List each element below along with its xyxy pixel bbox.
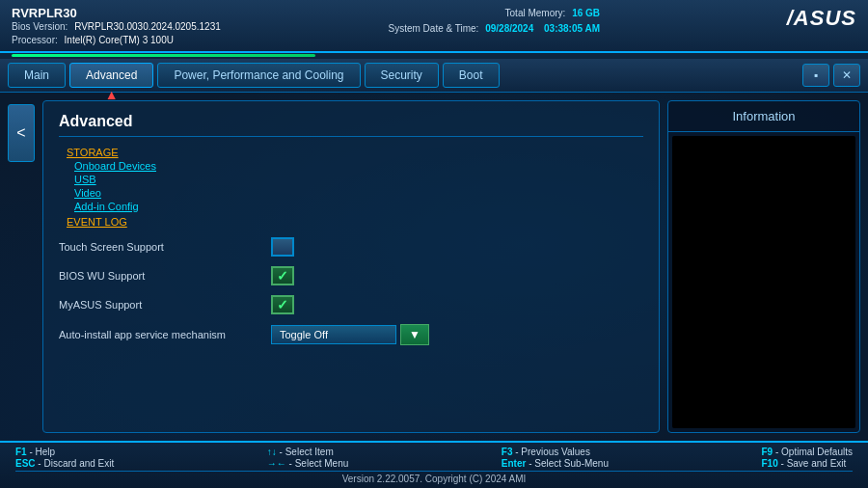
footer-key-f1: F1 - Help: [15, 447, 114, 457]
bios-wu-checkmark: ✓: [277, 268, 288, 284]
touch-screen-label: Touch Screen Support: [59, 241, 271, 253]
datetime-label: System Date & Time:: [388, 23, 478, 34]
header-right: /ASUS: [768, 6, 856, 31]
myasus-checkmark: ✓: [277, 297, 288, 312]
processor-value: Intel(R) Core(TM) 3 100U: [65, 35, 174, 45]
info-panel-title: Information: [668, 101, 859, 132]
bios-version-label: Bios Version:: [12, 21, 68, 32]
footer-version: Version 2.22.0057. Copyright (C) 2024 AM…: [15, 471, 853, 484]
asus-logo: /ASUS: [787, 6, 856, 31]
tab-advanced[interactable]: Advanced: [69, 63, 153, 88]
auto-install-label: Auto-install app service mechanism: [59, 329, 271, 340]
memory-label: Total Memory:: [505, 8, 566, 18]
auto-install-dropdown-arrow[interactable]: ▼: [400, 324, 429, 345]
memory-value: 16 GB: [572, 8, 600, 18]
setting-row-myasus: MyASUS Support ✓: [59, 293, 643, 316]
link-video[interactable]: Video: [74, 187, 643, 199]
myasus-control: ✓: [271, 295, 294, 314]
setting-row-auto-install: Auto-install app service mechanism Toggl…: [59, 322, 643, 347]
auto-install-control: Toggle Off ▼: [271, 324, 429, 345]
footer-group-mid2: F3 - Previous Values Enter - Select Sub-…: [502, 447, 609, 469]
footer-keys: F1 - Help ESC - Discard and Exit ↑↓ - Se…: [15, 447, 853, 469]
date-value: 09/28/2024: [485, 23, 533, 34]
footer-key-f3: F3 - Previous Values: [502, 447, 609, 457]
progress-bar-area: [0, 53, 868, 59]
header-left: RVRPLR30 Bios Version: RVRPLR30.0030.202…: [12, 6, 221, 47]
footer-group-mid: ↑↓ - Select Item →← - Select Menu: [267, 447, 348, 469]
info-panel: Information: [667, 100, 860, 433]
content-panel: Advanced STORAGE Onboard Devices USB Vid…: [42, 100, 660, 433]
main-area: < Advanced STORAGE Onboard Devices USB V…: [0, 93, 868, 441]
section-storage[interactable]: STORAGE: [67, 147, 643, 158]
bios-wu-control: ✓: [271, 266, 294, 285]
link-addin-config[interactable]: Add-in Config: [74, 201, 643, 212]
setting-row-bios-wu: BIOS WU Support ✓: [59, 264, 643, 287]
myasus-checkbox[interactable]: ✓: [271, 295, 294, 314]
back-button[interactable]: <: [8, 104, 35, 162]
datetime-line: System Date & Time: 09/28/2024 03:38:05 …: [388, 21, 600, 37]
link-onboard-devices[interactable]: Onboard Devices: [74, 160, 643, 172]
model-name: RVRPLR30: [12, 6, 221, 20]
tab-power[interactable]: Power, Performance and Cooling: [157, 63, 360, 88]
processor-line: Processor: Intel(R) Core(TM) 3 100U: [12, 34, 221, 47]
footer-key-updown: ↑↓ - Select Item: [267, 447, 348, 457]
progress-bar: [12, 54, 315, 57]
panel-title: Advanced: [59, 113, 643, 137]
tab-main[interactable]: Main: [8, 63, 66, 88]
touch-screen-control: [271, 237, 294, 257]
bios-wu-label: BIOS WU Support: [59, 270, 271, 282]
tab-boot[interactable]: Boot: [443, 63, 500, 88]
info-panel-body: [672, 136, 855, 428]
bios-wu-checkbox[interactable]: ✓: [271, 266, 294, 285]
nav-bar: Main Advanced ▲ Power, Performance and C…: [0, 59, 868, 93]
bios-version-line: Bios Version: RVRPLR30.0030.2024.0205.12…: [12, 20, 221, 34]
bios-version-value: RVRPLR30.0030.2024.0205.1231: [74, 21, 221, 32]
footer: F1 - Help ESC - Discard and Exit ↑↓ - Se…: [0, 441, 868, 488]
footer-key-f9: F9 - Optimal Defaults: [762, 447, 853, 457]
close-button[interactable]: ✕: [833, 64, 860, 87]
setting-row-touch: Touch Screen Support: [59, 235, 643, 258]
monitor-button[interactable]: ▪: [802, 64, 829, 87]
header: RVRPLR30 Bios Version: RVRPLR30.0030.202…: [0, 0, 868, 53]
footer-group-right: F9 - Optimal Defaults F10 - Save and Exi…: [762, 447, 853, 469]
tab-arrow-indicator: ▲: [105, 88, 119, 101]
processor-label: Processor:: [12, 35, 58, 45]
footer-group-left: F1 - Help ESC - Discard and Exit: [15, 447, 114, 469]
link-usb[interactable]: USB: [74, 174, 643, 185]
footer-key-f10: F10 - Save and Exit: [762, 458, 853, 469]
section-event-log[interactable]: EVENT LOG: [67, 216, 643, 228]
footer-key-esc: ESC - Discard and Exit: [15, 458, 114, 469]
touch-screen-checkbox[interactable]: [271, 237, 294, 257]
nav-controls: ▪ ✕: [802, 64, 860, 87]
tab-security[interactable]: Security: [365, 63, 439, 88]
settings-section: Touch Screen Support BIOS WU Support ✓: [59, 235, 643, 347]
myasus-label: MyASUS Support: [59, 299, 271, 311]
footer-key-leftright: →← - Select Menu: [267, 458, 348, 469]
header-center: Total Memory: 16 GB System Date & Time: …: [388, 6, 600, 37]
time-value: 03:38:05 AM: [544, 23, 600, 34]
footer-key-enter: Enter - Select Sub-Menu: [502, 458, 609, 469]
auto-install-dropdown-text[interactable]: Toggle Off: [271, 325, 396, 344]
memory-line: Total Memory: 16 GB: [505, 6, 600, 21]
